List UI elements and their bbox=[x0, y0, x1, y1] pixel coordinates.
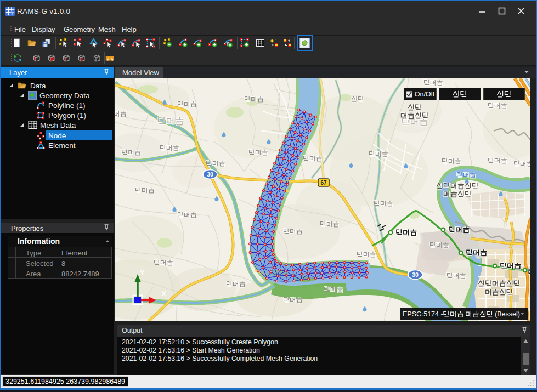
svg-text:X: X bbox=[161, 289, 166, 298]
svg-text:Y: Y bbox=[140, 269, 145, 277]
svg-text:30: 30 bbox=[207, 171, 213, 178]
svg-text:67: 67 bbox=[320, 180, 327, 186]
svg-text:30: 30 bbox=[412, 271, 419, 278]
